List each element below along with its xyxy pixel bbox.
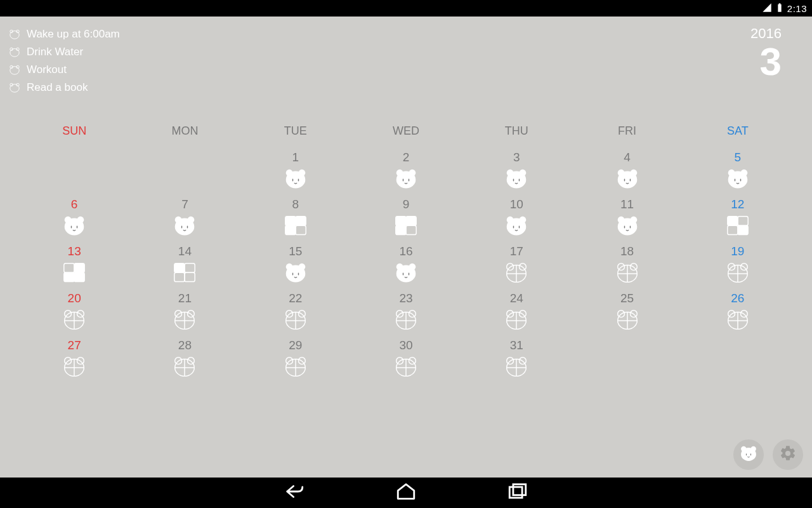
bear-outline-icon [505,356,528,377]
nav-recent-button[interactable] [503,477,532,508]
svg-point-34 [728,171,748,189]
dow-mon: MON [129,124,240,148]
task-item[interactable]: Drink Water [9,46,120,58]
svg-rect-47 [285,217,296,225]
day-cell[interactable]: 9 [351,195,461,242]
bear-outline-icon [726,262,749,283]
day-number: 4 [624,150,631,164]
bear-icon [395,168,417,189]
day-cell[interactable]: 8 [240,195,351,242]
day-cell[interactable]: 5 [683,148,793,195]
day-cell[interactable]: 7 [129,195,240,242]
day-number: 3 [513,150,520,164]
day-cell[interactable]: 17 [461,242,572,289]
day-cell[interactable]: 3 [461,148,572,195]
svg-rect-67 [728,225,738,234]
task-item[interactable]: Workout [9,64,120,76]
day-cell[interactable]: 1 [240,148,351,195]
day-cell[interactable]: 13 [19,242,129,289]
day-number: 2 [403,150,410,164]
bear-icon [9,46,20,58]
bear-outline-icon [505,309,528,330]
bear-icon [9,29,20,40]
day-cell[interactable]: 15 [240,242,351,289]
day-cell[interactable]: 23 [351,289,461,336]
day-cell[interactable]: 28 [129,336,240,383]
svg-rect-71 [64,272,74,281]
day-cell[interactable]: 11 [572,195,682,242]
day-number: 10 [510,197,523,211]
today-fab[interactable] [733,439,764,470]
svg-point-5 [10,49,19,57]
day-number: 5 [735,150,742,164]
bear-icon [726,168,749,189]
task-label: Workout [27,64,67,76]
day-cell[interactable]: 29 [240,336,351,383]
day-number: 7 [181,197,188,211]
task-label: Drink Water [27,46,83,58]
day-cell[interactable]: 12 [683,195,793,242]
day-cell[interactable]: 25 [572,289,682,336]
day-cell [19,148,129,195]
day-cell[interactable]: 19 [683,242,793,289]
svg-rect-168 [513,485,526,495]
task-label: Wake up at 6:00am [27,28,120,41]
dow-wed: WED [351,124,461,148]
day-cell[interactable]: 10 [461,195,572,242]
progress-quad-icon [395,215,417,236]
svg-point-39 [65,218,84,236]
day-cell[interactable]: 26 [683,289,793,336]
bear-icon [395,262,417,283]
task-label: Read a book [27,81,88,94]
settings-fab[interactable] [773,439,803,470]
day-cell[interactable]: 27 [19,336,129,383]
svg-point-24 [507,171,527,189]
day-number: 19 [731,244,744,258]
day-cell[interactable]: 21 [129,289,240,336]
task-item[interactable]: Wake up at 6:00am [9,28,120,41]
progress-quad-icon [173,262,196,283]
day-cell [129,148,240,195]
dow-fri: FRI [572,124,682,148]
dow-row: SUN MON TUE WED THU FRI SAT [19,124,793,148]
day-cell[interactable]: 2 [351,148,461,195]
day-cell[interactable]: 18 [572,242,682,289]
day-cell[interactable]: 22 [240,289,351,336]
nav-back-button[interactable] [280,477,309,508]
nav-home-button[interactable] [391,477,421,508]
svg-point-44 [175,218,195,236]
task-item[interactable]: Read a book [9,81,120,94]
svg-point-164 [741,448,756,461]
day-cell[interactable]: 31 [461,336,572,383]
day-number: 16 [399,244,412,258]
day-cell[interactable]: 30 [351,336,461,383]
svg-rect-51 [396,217,406,225]
day-cell[interactable]: 16 [351,242,461,289]
day-cell[interactable]: 20 [19,289,129,336]
svg-point-84 [396,265,416,283]
svg-rect-48 [296,217,306,225]
bear-outline-icon [284,356,307,377]
day-number: 6 [71,197,78,211]
dow-thu: THU [461,124,572,148]
svg-rect-68 [738,225,748,234]
dow-sun: SUN [19,124,129,148]
battery-icon [775,3,785,15]
day-number: 14 [178,244,192,258]
day-number: 28 [178,338,192,352]
svg-point-11 [10,84,19,93]
svg-rect-70 [74,264,84,272]
day-cell[interactable]: 4 [572,148,682,195]
status-clock: 2:13 [787,3,807,14]
day-number: 29 [289,338,302,352]
day-number: 26 [731,291,744,305]
day-number: 17 [510,244,523,258]
svg-rect-52 [406,217,416,225]
day-cell[interactable]: 24 [461,289,572,336]
svg-point-57 [507,218,527,236]
year-month-header[interactable]: 2016 3 [750,25,782,81]
month-label: 3 [750,42,782,81]
day-cell[interactable]: 14 [129,242,240,289]
day-cell[interactable]: 6 [19,195,129,242]
day-number: 21 [178,291,192,305]
